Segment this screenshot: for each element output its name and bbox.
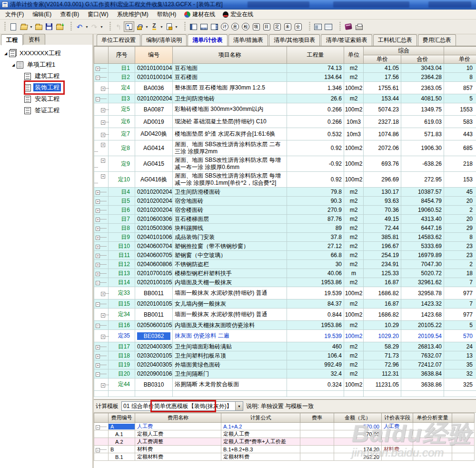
cell-project-name[interactable]: 不锈钢防盗栏 <box>173 260 287 269</box>
cell-tree-expand[interactable]: + <box>94 287 109 299</box>
expand-icon[interactable]: + <box>101 108 105 112</box>
fee-cell-rate[interactable] <box>300 430 334 438</box>
grid-table-button[interactable] <box>323 21 334 32</box>
cell-unit-price[interactable]: 10.29 <box>364 321 401 330</box>
fee-cell-amount[interactable]: 262.20 <box>334 453 382 461</box>
cell-code[interactable]: 020102002043 <box>135 188 173 197</box>
tab-清单/计价表[interactable]: 清单/计价表 <box>188 34 227 46</box>
undo-button[interactable]: ↶ <box>74 21 85 32</box>
cell-seq[interactable]: 目18 <box>109 351 135 360</box>
cell-unit[interactable] <box>344 391 364 397</box>
print-button[interactable] <box>354 21 364 32</box>
cell-unit-price[interactable]: 153.44 <box>364 94 401 103</box>
cell-unit[interactable]: 100m2 <box>344 378 364 391</box>
expand-icon[interactable]: + <box>96 254 100 258</box>
expand-icon[interactable]: + <box>96 190 100 195</box>
cell-unit[interactable]: m2 <box>344 260 364 269</box>
cell-project-name[interactable]: 内墙面及天棚一般抹灰 <box>173 278 287 287</box>
fee-row-A.1[interactable]: A.1定额人工费定额人工费570.00 <box>94 430 475 438</box>
cell-quantity[interactable]: 66.8 <box>287 251 344 260</box>
cell-tree-expand[interactable]: + <box>94 82 109 94</box>
cell-seq[interactable]: 目13 <box>109 269 135 278</box>
template-combobox[interactable]: 01 综合单价简单优惠模板【装饰(抹灰外)】 ▼ <box>121 401 243 411</box>
expand-icon[interactable]: + <box>96 272 100 276</box>
cell-code[interactable]: 020406007050 <box>135 251 173 260</box>
cell-quantity[interactable]: 270.9 <box>287 206 344 215</box>
cell-tree-expand[interactable]: + <box>94 172 109 188</box>
expand-icon[interactable]: + <box>101 174 105 179</box>
cell-unit-price[interactable]: 11231.05 <box>364 378 401 391</box>
cell-tree-expand[interactable]: + <box>94 188 109 197</box>
cell-total-price[interactable]: 619.03 <box>401 116 444 128</box>
cell-seq[interactable]: 目14 <box>109 278 135 287</box>
filter-button[interactable]: Z <box>149 21 159 32</box>
cell-project-name[interactable]: 卫生间防滑楼面砖 <box>173 188 287 197</box>
expand-icon[interactable]: + <box>101 120 105 125</box>
expand-icon[interactable]: + <box>96 227 100 231</box>
cell-project-name[interactable]: 外墙面黄绿色面砖 <box>173 360 287 369</box>
cell-quantity[interactable]: 26.6 <box>287 94 344 103</box>
cell-project-name[interactable]: 屋面、地面 SBS改性沥青涂料防水层 二布三涂 涂膜厚2mm <box>173 140 287 156</box>
bill-row-定44[interactable]: +定44BB0310浴厕隔断 木龙骨胶合板面0.324100m211231.05… <box>94 378 476 391</box>
tree-item-安装工程[interactable]: 安装工程 <box>3 93 92 105</box>
cell-unit-price[interactable]: 72.44 <box>364 224 401 233</box>
cell-quantity[interactable]: 992.49 <box>287 360 344 369</box>
bill-row-定35[interactable]: +定35BE0362抹灰面 仿瓷涂料 二遍19.539100m21029.202… <box>94 330 476 342</box>
fee-cell-field[interactable]: 人工费 <box>382 423 413 430</box>
cell-quantity[interactable]: -0.92 <box>287 156 344 172</box>
cell-unit-price[interactable]: 112.31 <box>364 369 401 378</box>
cell-unit-price[interactable]: 16.87 <box>364 278 401 287</box>
cell-unit[interactable]: m2 <box>344 64 364 73</box>
cell-unit-price[interactable]: 1686.82 <box>364 309 401 321</box>
expand-icon[interactable]: + <box>96 345 100 349</box>
cell-unit-price[interactable]: 16.87 <box>364 299 401 309</box>
fee-cell-rate[interactable] <box>300 446 334 453</box>
tab-清单/其他项目表[interactable]: 清单/其他项目表 <box>269 34 320 46</box>
cell-unit[interactable]: m2 <box>344 299 364 309</box>
cell-unit-price-2[interactable]: 685 <box>444 140 476 156</box>
cell-tree-expand[interactable]: + <box>94 128 109 140</box>
collapse-icon[interactable]: − <box>96 302 100 307</box>
collapse-icon[interactable]: − <box>96 97 100 101</box>
bill-row-目6[interactable]: +目6020102002045宿舍楼面砖270.9m270.3619060.52… <box>94 206 476 215</box>
cell-project-name[interactable]: 彩釉砖楼地面 300mm×300mm以内 <box>173 103 287 116</box>
cell-total-price[interactable]: 2363.05 <box>401 82 444 94</box>
cell-unit[interactable]: m2 <box>344 188 364 197</box>
tree-expand-icon[interactable]: ◢ <box>3 51 9 56</box>
cell-total-price[interactable]: 5333.69 <box>401 242 444 251</box>
cell-tree-expand[interactable]: + <box>94 233 109 242</box>
calc-button[interactable]: 计 <box>219 21 230 32</box>
fee-cell-amount[interactable]: 570.00 <box>334 430 382 438</box>
cell-project-name[interactable]: 抹灰面 仿瓷涂料 二遍 <box>173 330 287 342</box>
cell-unit[interactable]: 100m2 <box>344 156 364 172</box>
cell-unit-price[interactable]: 93.63 <box>364 197 401 206</box>
cell-unit-price[interactable]: 125.33 <box>364 269 401 278</box>
cell-project-name[interactable]: 卫生间塑料扣板吊顶 <box>173 351 287 360</box>
bill-row-目12[interactable]: +目12020406008062不锈钢防盗栏30m2234.917047.302 <box>94 260 476 269</box>
expand-icon[interactable]: + <box>96 263 100 267</box>
bill-row-目10[interactable]: +目10020406007049塑钢推拉窗（带不锈钢纱窗）27.12m2196.… <box>94 242 476 251</box>
cell-unit[interactable]: 100m2 <box>344 172 364 188</box>
cell-quantity[interactable]: 27.12 <box>287 242 344 251</box>
cell-tree-expand[interactable]: + <box>94 260 109 269</box>
save-as-button[interactable] <box>54 21 65 32</box>
bill-row-目8[interactable]: +目8020105003061块料踢脚线89m272.446447.1629 <box>94 224 476 233</box>
cell-project-name[interactable]: 卫生间防滑地砖 <box>173 94 287 103</box>
cell-code[interactable] <box>135 391 173 397</box>
cell-quantity[interactable]: 0.266 <box>287 116 344 128</box>
cell-tree-expand[interactable]: + <box>94 351 109 360</box>
cell-seq[interactable]: 定35 <box>109 330 135 342</box>
grid-detail-button[interactable] <box>313 21 323 32</box>
cell-code[interactable]: 020102002042 <box>135 94 173 103</box>
bill-row-目7[interactable]: +目7020106003060豆石楼梯面层87.76m249.154313.40… <box>94 215 476 224</box>
cell-project-name[interactable]: 屋面、地面 SBS改性沥青涂料防水层 每增减一布一涂 涂膜厚0.6mm <box>173 156 287 172</box>
cell-quantity[interactable]: 40.06 <box>287 269 344 278</box>
cell-total-price[interactable]: 19060.52 <box>401 206 444 215</box>
menu-item-编[interactable]: 编辑(E) <box>28 10 56 20</box>
cell-quantity[interactable]: 87.76 <box>287 215 344 224</box>
cell-seq[interactable]: 目7 <box>109 215 135 224</box>
cell-unit-price-2[interactable]: 2 <box>444 206 476 215</box>
cell-seq[interactable]: 定4 <box>109 82 135 94</box>
bill-row-目1[interactable]: +目1020101001040豆石地面74.13m241.053043.0410 <box>94 64 476 73</box>
cell-code[interactable]: 020401010063 <box>135 233 173 242</box>
